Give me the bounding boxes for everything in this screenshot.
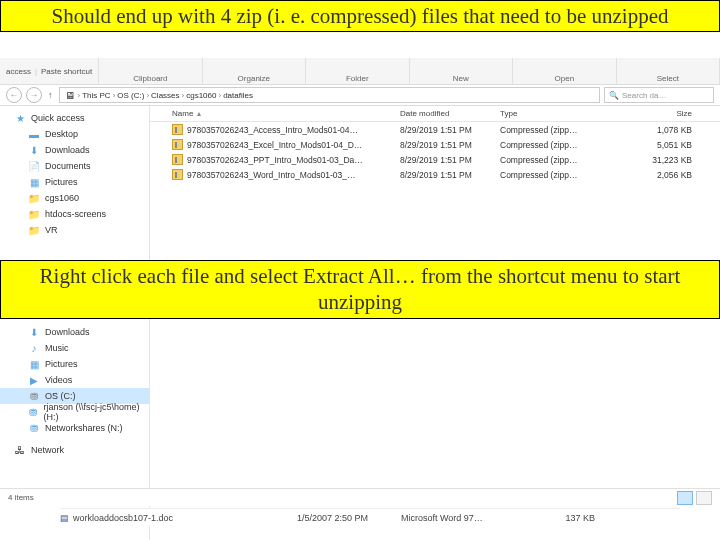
sidebar-item-pictures[interactable]: ▦Pictures bbox=[0, 174, 149, 190]
crumb[interactable]: This PC bbox=[82, 91, 110, 100]
sidebar-item-videos[interactable]: ▶Videos bbox=[0, 372, 150, 388]
file-name: 9780357026243_Word_Intro_Mods01-03_… bbox=[187, 170, 356, 180]
file-date: 1/5/2007 2:50 PM bbox=[297, 513, 397, 523]
crumb[interactable]: OS (C:) bbox=[117, 91, 144, 100]
col-size-header[interactable]: Size bbox=[630, 109, 700, 118]
file-size: 1,078 KB bbox=[630, 125, 700, 135]
ribbon-section-organize: Organize bbox=[203, 58, 306, 84]
search-input[interactable]: 🔍 Search da… bbox=[604, 87, 714, 103]
sidebar-item-cgs1060[interactable]: 📁cgs1060 bbox=[0, 190, 149, 206]
sidebar-item-label: Networkshares (N:) bbox=[45, 423, 123, 433]
sidebar-item-label: Desktop bbox=[45, 129, 78, 139]
file-list-main: Name▴ Date modified Type Size 9780357026… bbox=[150, 106, 720, 540]
breadcrumb[interactable]: 🖥 › This PC› OS (C:)› Classes› cgs1060› … bbox=[59, 87, 601, 103]
pictures-icon: ▦ bbox=[28, 176, 40, 188]
folder-icon: 📁 bbox=[28, 208, 40, 220]
file-type: Microsoft Word 97… bbox=[401, 513, 531, 523]
nav-back-button[interactable]: ← bbox=[6, 87, 22, 103]
sidebar-item-network[interactable]: 🖧Network bbox=[0, 442, 150, 458]
sidebar-item-label: Downloads bbox=[45, 145, 90, 155]
sidebar-item-label: Network bbox=[31, 445, 64, 455]
fragment-row: ▤ workloaddocsb107-1.doc 1/5/2007 2:50 P… bbox=[60, 508, 680, 526]
sidebar-item-music[interactable]: ♪Music bbox=[0, 340, 150, 356]
annotation-mid: Right click each file and select Extract… bbox=[0, 260, 720, 319]
nav-pane: ★Quick access ▬Desktop ⬇Downloads 📄Docum… bbox=[0, 106, 150, 540]
crumb[interactable]: datafiles bbox=[223, 91, 253, 100]
sidebar-item-net-n[interactable]: ⛃Networkshares (N:) bbox=[0, 420, 150, 436]
desktop-icon: ▬ bbox=[28, 128, 40, 140]
sidebar-item-quick-access[interactable]: ★Quick access bbox=[0, 110, 149, 126]
crumb[interactable]: Classes bbox=[151, 91, 179, 100]
access-label: access bbox=[6, 67, 31, 76]
downloads-icon: ⬇ bbox=[28, 144, 40, 156]
file-date: 8/29/2019 1:51 PM bbox=[400, 170, 500, 180]
view-switcher bbox=[677, 491, 712, 505]
large-icons-view-button[interactable] bbox=[696, 491, 712, 505]
sidebar-item-label: Videos bbox=[45, 375, 72, 385]
sidebar-item-label: Quick access bbox=[31, 113, 85, 123]
file-type: Compressed (zipp… bbox=[500, 155, 630, 165]
sidebar-item-label: rjanson (\\fscj-jc5\home) (H:) bbox=[43, 402, 142, 422]
sidebar-item-desktop[interactable]: ▬Desktop bbox=[0, 126, 149, 142]
col-name-header[interactable]: Name▴ bbox=[150, 109, 400, 118]
file-name: 9780357026243_PPT_Intro_Mods01-03_Da… bbox=[187, 155, 363, 165]
sidebar-item-downloads[interactable]: ⬇Downloads bbox=[0, 142, 149, 158]
ribbon-section-open: Open bbox=[513, 58, 616, 84]
ribbon-section-folder: Folder bbox=[306, 58, 409, 84]
col-date-header[interactable]: Date modified bbox=[400, 109, 500, 118]
ribbon-left: access | Paste shortcut bbox=[0, 58, 99, 84]
zip-icon bbox=[172, 139, 183, 150]
drive-icon: ⛃ bbox=[28, 390, 40, 402]
ribbon-section-clipboard: Clipboard bbox=[99, 58, 202, 84]
ribbon: access | Paste shortcut Clipboard Organi… bbox=[0, 58, 720, 84]
table-row[interactable]: 9780357026243_Word_Intro_Mods01-03_… 8/2… bbox=[150, 167, 720, 182]
downloads-icon: ⬇ bbox=[28, 326, 40, 338]
annotation-top: Should end up with 4 zip (i. e. compress… bbox=[0, 0, 720, 32]
file-size: 31,223 KB bbox=[630, 155, 700, 165]
pictures-icon: ▦ bbox=[28, 358, 40, 370]
music-icon: ♪ bbox=[28, 342, 40, 354]
file-size: 2,056 KB bbox=[630, 170, 700, 180]
table-row[interactable]: 9780357026243_Excel_Intro_Mods01-04_D… 8… bbox=[150, 137, 720, 152]
crumb[interactable]: cgs1060 bbox=[186, 91, 216, 100]
details-view-button[interactable] bbox=[677, 491, 693, 505]
sidebar-item-label: Documents bbox=[45, 161, 91, 171]
sidebar-item-downloads[interactable]: ⬇Downloads bbox=[0, 324, 150, 340]
sidebar-item-label: Pictures bbox=[45, 177, 78, 187]
sidebar-item-htdocs[interactable]: 📁htdocs-screens bbox=[0, 206, 149, 222]
sidebar-item-pictures[interactable]: ▦Pictures bbox=[0, 356, 150, 372]
sidebar-item-label: Music bbox=[45, 343, 69, 353]
nav-up-button[interactable]: ↑ bbox=[46, 90, 55, 100]
file-name: workloaddocsb107-1.doc bbox=[73, 513, 293, 523]
file-size: 5,051 KB bbox=[630, 140, 700, 150]
status-text: 4 items bbox=[8, 493, 34, 502]
sidebar-item-label: Pictures bbox=[45, 359, 78, 369]
nav-pane-lower: ⬇Downloads ♪Music ▦Pictures ▶Videos ⛃OS … bbox=[0, 324, 150, 458]
pc-icon: 🖥 bbox=[64, 89, 76, 101]
nav-forward-button[interactable]: → bbox=[26, 87, 42, 103]
file-rows: 9780357026243_Access_Intro_Mods01-04… 8/… bbox=[150, 122, 720, 540]
col-type-header[interactable]: Type bbox=[500, 109, 630, 118]
sidebar-item-label: cgs1060 bbox=[45, 193, 79, 203]
table-row[interactable]: 9780357026243_PPT_Intro_Mods01-03_Da… 8/… bbox=[150, 152, 720, 167]
table-row[interactable]: 9780357026243_Access_Intro_Mods01-04… 8/… bbox=[150, 122, 720, 137]
sidebar-item-documents[interactable]: 📄Documents bbox=[0, 158, 149, 174]
zip-icon bbox=[172, 154, 183, 165]
file-type: Compressed (zipp… bbox=[500, 140, 630, 150]
file-name: 9780357026243_Access_Intro_Mods01-04… bbox=[187, 125, 358, 135]
content-area: ★Quick access ▬Desktop ⬇Downloads 📄Docum… bbox=[0, 106, 720, 540]
file-type: Compressed (zipp… bbox=[500, 170, 630, 180]
sidebar-item-label: VR bbox=[45, 225, 58, 235]
folder-icon: 📁 bbox=[28, 224, 40, 236]
paste-shortcut-label[interactable]: Paste shortcut bbox=[41, 67, 92, 76]
documents-icon: 📄 bbox=[28, 160, 40, 172]
zip-icon bbox=[172, 169, 183, 180]
status-bar: 4 items bbox=[0, 488, 720, 506]
ribbon-section-new: New bbox=[410, 58, 513, 84]
sidebar-item-net-h[interactable]: ⛃rjanson (\\fscj-jc5\home) (H:) bbox=[0, 404, 150, 420]
folder-icon: 📁 bbox=[28, 192, 40, 204]
sidebar-item-vr[interactable]: 📁VR bbox=[0, 222, 149, 238]
address-bar: ← → ↑ 🖥 › This PC› OS (C:)› Classes› cgs… bbox=[0, 84, 720, 106]
star-icon: ★ bbox=[14, 112, 26, 124]
file-date: 8/29/2019 1:51 PM bbox=[400, 140, 500, 150]
